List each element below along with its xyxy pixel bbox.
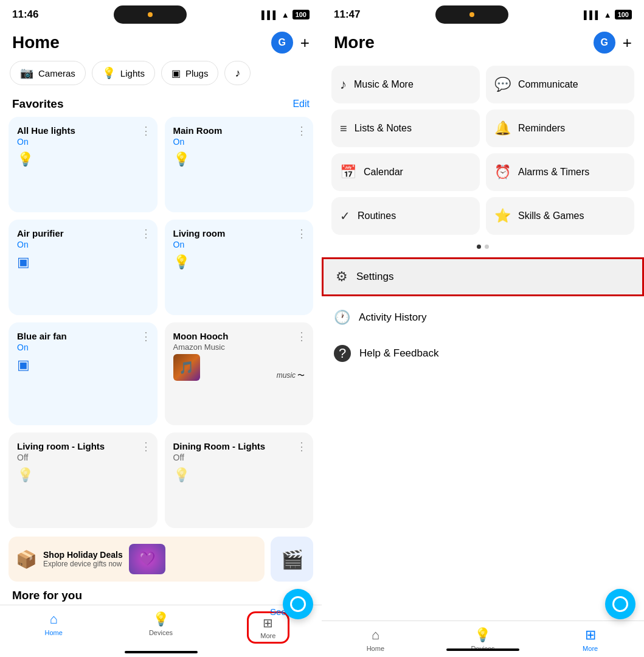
card-blue-air-fan-more[interactable]: ⋮ [140,330,151,343]
pill-dot-right [469,12,474,17]
devices-tab-icon-right: 💡 [474,627,491,643]
menu-calendar[interactable]: 📅 Calendar [331,153,480,191]
edit-button[interactable]: Edit [293,99,310,109]
communicate-label: Communicate [518,79,578,90]
menu-reminders[interactable]: 🔔 Reminders [486,109,634,147]
settings-label: Settings [356,271,393,283]
tab-devices-left[interactable]: 💡 Devices [139,611,182,636]
card-all-hue-more[interactable]: ⋮ [140,124,151,137]
reminders-label: Reminders [518,123,565,134]
card-moon-hooch-name: Moon Hooch [173,331,305,341]
category-plugs[interactable]: ▣ Plugs [161,61,219,85]
music-art: 🎵 [173,354,200,381]
card-living-room-lights[interactable]: Living room - Lights Off 💡 ⋮ [9,433,158,528]
add-button-left[interactable]: + [300,33,310,52]
card-all-hue[interactable]: All Hue lights On 💡 ⋮ [9,117,158,212]
card-dining-room-lights-more[interactable]: ⋮ [296,440,307,453]
status-bar-left: 11:46 ▌▌▌ ▲ 100 [0,0,322,27]
settings-icon: ⚙ [336,269,348,285]
promo-bulb-image: 💜 [129,544,165,574]
card-dining-room-lights-status: Off [173,453,305,462]
avatar-left[interactable]: G [271,32,293,54]
menu-alarms-timers[interactable]: ⏰ Alarms & Timers [486,153,634,191]
home-indicator-right [446,648,519,651]
dot-1 [477,245,481,249]
routines-icon: ✓ [340,209,350,223]
promo-card-2[interactable]: 🎬 [271,537,313,582]
right-screen: 11:47 ▌▌▌ ▲ 100 More G + ♪ Music & More … [322,0,644,657]
promo-card[interactable]: 📦 Shop Holiday Deals Explore device gift… [9,537,265,582]
cameras-label: Cameras [38,68,75,78]
menu-communicate[interactable]: 💬 Communicate [486,66,634,103]
category-music[interactable]: ♪ [224,61,251,85]
categories-row: 📷 Cameras 💡 Lights ▣ Plugs ♪ [0,61,322,95]
more-menu-grid: ♪ Music & More 💬 Communicate ≡ Lists & N… [322,61,644,240]
avatar-right[interactable]: G [594,32,615,54]
lights-label: Lights [120,68,145,78]
card-dining-room-lights[interactable]: Dining Room - Lights Off 💡 ⋮ [165,433,314,528]
promo-section: 📦 Shop Holiday Deals Explore device gift… [0,528,322,586]
more-tab-icon-right: ⊞ [585,627,596,643]
add-button-right[interactable]: + [623,33,632,52]
menu-skills-games[interactable]: ⭐ Skills & Games [486,197,634,235]
card-air-purifier[interactable]: Air purifier On ▣ ⋮ [9,220,158,315]
wifi-icon: ▲ [282,10,289,19]
home-title: Home [12,33,60,52]
plugs-label: Plugs [185,68,209,78]
card-blue-air-fan[interactable]: Blue air fan On ▣ ⋮ [9,322,158,426]
alexa-icon-right [612,596,628,612]
card-living-room-name: Living room [173,228,305,238]
reminders-icon: 🔔 [494,120,511,136]
page-dots [322,240,644,254]
card-living-room-more[interactable]: ⋮ [296,227,307,240]
card-living-room-icon: 💡 [173,254,305,270]
signal-icon-right: ▌▌▌ [584,10,601,19]
card-blue-air-fan-status: On [17,342,149,352]
devices-tab-label: Devices [149,629,173,636]
activity-history-row[interactable]: 🕐 Activity History [322,300,644,335]
music-more-label: Music & More [354,79,414,90]
tab-home-left[interactable]: ⌂ Home [32,611,75,636]
alexa-icon-left [290,596,306,612]
dot-2 [485,245,489,249]
card-main-room[interactable]: Main Room On 💡 ⋮ [165,117,314,212]
promo-title: Shop Holiday Deals [43,550,123,560]
favorites-grid: All Hue lights On 💡 ⋮ Main Room On 💡 ⋮ A… [0,117,322,528]
category-lights[interactable]: 💡 Lights [92,61,155,85]
calendar-icon: 📅 [340,164,356,180]
card-blue-air-fan-name: Blue air fan [17,331,149,341]
header-actions-right: G + [594,32,632,54]
disney-icon: 🎬 [281,549,303,570]
pill-dot-left [148,12,153,17]
tab-home-right[interactable]: ⌂ Home [354,627,396,652]
alexa-fab-left[interactable] [283,589,313,619]
menu-routines[interactable]: ✓ Routines [331,197,480,235]
promo-subtitle: Explore device gifts now [43,560,123,568]
calendar-label: Calendar [364,167,403,178]
plugs-icon: ▣ [171,68,181,79]
menu-lists-notes[interactable]: ≡ Lists & Notes [331,109,480,147]
tab-more-right[interactable]: ⊞ More [569,627,612,652]
card-living-room-status: On [173,240,305,249]
card-main-room-more[interactable]: ⋮ [296,124,307,137]
card-living-room-lights-more[interactable]: ⋮ [140,440,151,453]
home-tab-icon-right: ⌂ [372,627,379,643]
alexa-fab-right[interactable] [605,589,635,619]
battery-right: 100 [615,10,632,19]
card-air-purifier-more[interactable]: ⋮ [140,227,151,240]
skills-games-label: Skills & Games [518,210,584,221]
status-icons-right: ▌▌▌ ▲ 100 [584,10,632,19]
lists-notes-label: Lists & Notes [355,123,412,134]
home-indicator-left [125,651,198,653]
card-all-hue-icon: 💡 [17,151,149,167]
settings-row[interactable]: ⚙ Settings [322,257,644,296]
music-cat-icon: ♪ [235,67,240,80]
battery-left: 100 [293,10,310,19]
help-feedback-row[interactable]: ? Help & Feedback [322,335,644,372]
card-moon-hooch[interactable]: Moon Hooch Amazon Music 🎵 music 〜 ⋮ [165,322,314,426]
menu-music-more[interactable]: ♪ Music & More [331,66,480,103]
status-bar-right: 11:47 ▌▌▌ ▲ 100 [322,0,644,27]
card-moon-hooch-more[interactable]: ⋮ [296,330,307,343]
card-living-room[interactable]: Living room On 💡 ⋮ [165,220,314,315]
category-cameras[interactable]: 📷 Cameras [10,61,86,85]
